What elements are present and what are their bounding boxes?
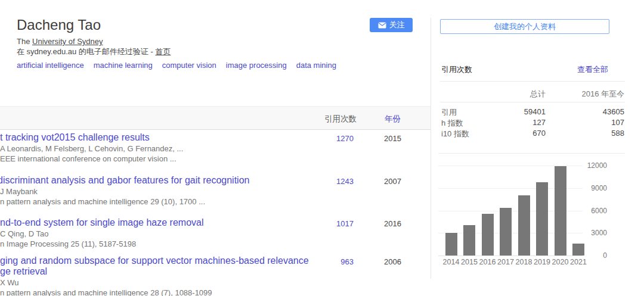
publication-authors: A Leonardis, M Felsberg, L Cehovin, G Fe…: [0, 144, 307, 153]
citation-count-link[interactable]: 1243: [310, 177, 354, 186]
publication-year: 2015: [384, 134, 401, 143]
stat-value: 59401: [486, 107, 546, 116]
publication-title-line: nd-to-end system for single image haze r…: [0, 217, 358, 228]
publication-venue: n Image Processing 25 (11), 5187-5198: [0, 239, 307, 248]
stat-label-citations: 引用: [441, 107, 457, 118]
publication-title-link[interactable]: ging and random subspace for support vec…: [0, 256, 358, 277]
publication-title-line: t tracking vot2015 challenge results: [0, 132, 358, 143]
publication-title-link[interactable]: t tracking vot2015 challenge results: [0, 132, 358, 143]
chart-xtick-label: 2021: [568, 258, 589, 266]
affiliation-link[interactable]: University of Sydney: [32, 37, 103, 46]
citation-count-link[interactable]: 963: [310, 257, 354, 266]
citations-column-header: 引用次数: [285, 114, 357, 124]
citations-per-year-chart: 0300060009000120002014201520162017201820…: [438, 161, 644, 280]
follow-button-label: 关注: [389, 20, 405, 30]
divider: [440, 81, 625, 82]
chart-xtick-label: 2019: [532, 258, 552, 266]
publication-row: t tracking vot2015 challenge results A L…: [0, 132, 358, 163]
publication-title-link[interactable]: discriminant analysis and gabor features…: [0, 175, 358, 186]
publication-venue: n pattern analysis and machine intellige…: [0, 288, 307, 296]
publication-year: 2006: [384, 257, 401, 266]
citations-heading: 引用次数: [441, 64, 472, 75]
chart-bar-2014: [445, 233, 457, 256]
publications-table-header: 引用次数 年份: [0, 106, 431, 130]
divider: [440, 102, 625, 102]
affiliation-line: The University of Sydney: [17, 37, 103, 46]
affiliation-prefix: The: [17, 37, 32, 46]
divider: [438, 153, 625, 154]
verified-text: 在 sydney.edu.au 的电子邮件经过验证 -: [17, 47, 155, 56]
envelope-icon: [378, 22, 386, 29]
publication-authors: X Wu: [0, 278, 307, 287]
chart-gridline: [438, 256, 583, 256]
scholar-profile-page: Dacheng Tao The University of Sydney 在 s…: [0, 0, 644, 296]
stat-value: 127: [486, 118, 546, 127]
citation-count-link[interactable]: 1017: [310, 219, 354, 228]
chart-ytick-label: 3000: [583, 229, 607, 237]
chart-ytick-label: 6000: [583, 207, 607, 215]
column-divider: [431, 18, 431, 279]
publication-authors: C Qing, D Tao: [0, 229, 307, 238]
stat-label-h-index: h 指数: [441, 118, 463, 129]
homepage-link[interactable]: 首页: [155, 47, 171, 56]
interest-tag[interactable]: computer vision: [162, 61, 216, 70]
chart-xtick-label: 2018: [514, 258, 534, 266]
stats-column-since-2016: 2016 年至今: [553, 89, 624, 99]
stat-value: 107: [565, 118, 624, 127]
chart-bar-2021: [572, 244, 584, 256]
chart-xtick-label: 2017: [496, 258, 516, 266]
create-profile-button[interactable]: 创建我的个人资料: [440, 19, 609, 34]
chart-bar-2019: [536, 182, 548, 256]
publication-venue: EEE international conference on computer…: [0, 154, 307, 163]
publication-row: discriminant analysis and gabor features…: [0, 175, 358, 206]
publication-title-line: discriminant analysis and gabor features…: [0, 175, 358, 186]
stat-label-i10-index: i10 指数: [441, 129, 469, 139]
follow-button[interactable]: 关注: [370, 18, 413, 32]
publication-venue: n pattern analysis and machine intellige…: [0, 197, 307, 206]
publication-title-link[interactable]: nd-to-end system for single image haze r…: [0, 217, 358, 228]
verified-email-line: 在 sydney.edu.au 的电子邮件经过验证 - 首页: [17, 46, 171, 57]
chart-bar-2018: [518, 195, 530, 256]
citation-count-link[interactable]: 1270: [310, 134, 354, 143]
chart-xtick-label: 2020: [550, 258, 571, 266]
view-all-link[interactable]: 查看全部: [549, 64, 608, 75]
chart-ytick-label: 9000: [583, 184, 607, 192]
publication-title-line: ging and random subspace for support vec…: [0, 256, 358, 266]
chart-xtick-label: 2016: [478, 258, 498, 266]
publication-year: 2016: [384, 219, 401, 228]
interest-tag[interactable]: data mining: [296, 61, 336, 70]
profile-name: Dacheng Tao: [17, 17, 101, 33]
interest-tag[interactable]: machine learning: [94, 61, 153, 70]
publication-year: 2007: [384, 177, 401, 186]
interest-tag[interactable]: artificial intelligence: [17, 61, 84, 70]
publication-authors: J Maybank: [0, 187, 307, 196]
chart-xtick-label: 2015: [459, 258, 479, 266]
chart-bar-2020: [555, 166, 566, 256]
publication-row: nd-to-end system for single image haze r…: [0, 217, 358, 248]
stat-value: 43605: [565, 107, 624, 116]
chart-bar-2016: [482, 214, 494, 256]
publication-row: ging and random subspace for support vec…: [0, 256, 358, 296]
stat-value: 670: [486, 129, 546, 138]
chart-bar-2015: [463, 225, 475, 256]
year-sort-link[interactable]: 年份: [385, 114, 401, 124]
chart-ytick-label: 12000: [583, 161, 607, 170]
publication-title-line: ge retrieval: [0, 266, 358, 277]
interest-tag[interactable]: image processing: [226, 61, 287, 70]
chart-xtick-label: 2014: [441, 258, 462, 266]
interest-tags: artificial intelligence machine learning…: [17, 61, 336, 70]
stats-column-total: 总计: [486, 89, 546, 99]
stat-value: 588: [565, 129, 624, 138]
chart-bar-2017: [500, 208, 512, 256]
